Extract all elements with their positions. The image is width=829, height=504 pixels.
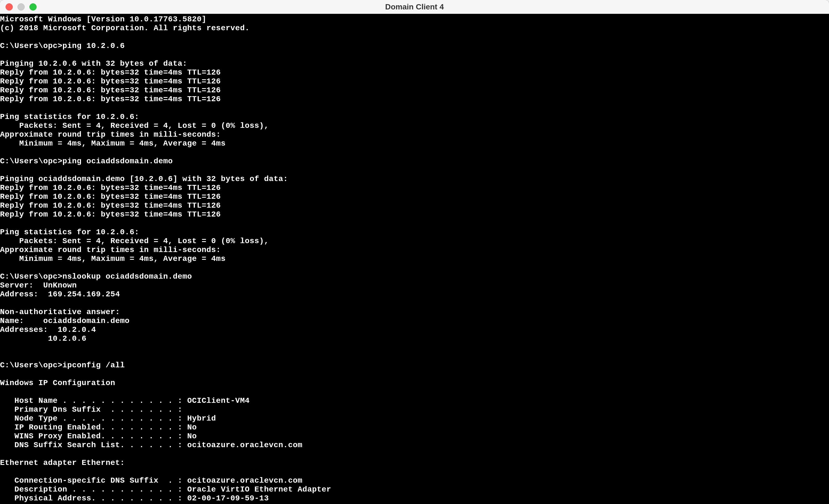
terminal-line bbox=[0, 467, 829, 476]
terminal-line bbox=[0, 219, 829, 228]
terminal-line: Minimum = 4ms, Maximum = 4ms, Average = … bbox=[0, 255, 829, 263]
terminal-line: Pinging ociaddsdomain.demo [10.2.0.6] wi… bbox=[0, 175, 829, 184]
terminal-line: (c) 2018 Microsoft Corporation. All righ… bbox=[0, 24, 829, 33]
terminal-line bbox=[0, 299, 829, 308]
terminal-line: Name: ociaddsdomain.demo bbox=[0, 317, 829, 325]
terminal-line: Host Name . . . . . . . . . . . . : OCIC… bbox=[0, 396, 829, 405]
terminal-line: Address: 169.254.169.254 bbox=[0, 290, 829, 299]
terminal-output[interactable]: Microsoft Windows [Version 10.0.17763.58… bbox=[0, 14, 829, 504]
terminal-line: Addresses: 10.2.0.4 bbox=[0, 325, 829, 334]
terminal-line: Ethernet adapter Ethernet: bbox=[0, 459, 829, 467]
terminal-line: Reply from 10.2.0.6: bytes=32 time=4ms T… bbox=[0, 201, 829, 210]
terminal-line: Node Type . . . . . . . . . . . . : Hybr… bbox=[0, 414, 829, 423]
terminal-line bbox=[0, 388, 829, 396]
terminal-line: Description . . . . . . . . . . . : Orac… bbox=[0, 485, 829, 494]
terminal-line bbox=[0, 33, 829, 42]
terminal-line: Connection-specific DNS Suffix . : ocito… bbox=[0, 476, 829, 485]
terminal-line bbox=[0, 148, 829, 157]
terminal-line bbox=[0, 370, 829, 379]
terminal-line: Minimum = 4ms, Maximum = 4ms, Average = … bbox=[0, 139, 829, 148]
terminal-line: Reply from 10.2.0.6: bytes=32 time=4ms T… bbox=[0, 210, 829, 219]
terminal-line: 10.2.0.6 bbox=[0, 334, 829, 343]
terminal-line: DNS Suffix Search List. . . . . . : ocit… bbox=[0, 441, 829, 450]
terminal-line: C:\Users\opc>ipconfig /all bbox=[0, 361, 829, 370]
terminal-line bbox=[0, 352, 829, 361]
terminal-line: Packets: Sent = 4, Received = 4, Lost = … bbox=[0, 237, 829, 246]
terminal-line: C:\Users\opc>ping 10.2.0.6 bbox=[0, 42, 829, 50]
terminal-line bbox=[0, 50, 829, 59]
terminal-line: WINS Proxy Enabled. . . . . . . . : No bbox=[0, 432, 829, 441]
terminal-line: Physical Address. . . . . . . . . : 02-0… bbox=[0, 494, 829, 503]
terminal-line bbox=[0, 450, 829, 459]
maximize-button[interactable] bbox=[29, 3, 37, 10]
terminal-line bbox=[0, 104, 829, 113]
close-button[interactable] bbox=[5, 3, 13, 10]
terminal-line: Primary Dns Suffix . . . . . . . : bbox=[0, 405, 829, 414]
terminal-line: Reply from 10.2.0.6: bytes=32 time=4ms T… bbox=[0, 95, 829, 104]
terminal-line: IP Routing Enabled. . . . . . . . : No bbox=[0, 423, 829, 432]
terminal-line: Reply from 10.2.0.6: bytes=32 time=4ms T… bbox=[0, 86, 829, 95]
terminal-line: Packets: Sent = 4, Received = 4, Lost = … bbox=[0, 121, 829, 130]
terminal-line bbox=[0, 343, 829, 352]
terminal-line bbox=[0, 263, 829, 272]
window-title: Domain Client 4 bbox=[385, 2, 444, 11]
terminal-line: Server: UnKnown bbox=[0, 281, 829, 290]
terminal-line: Reply from 10.2.0.6: bytes=32 time=4ms T… bbox=[0, 77, 829, 86]
terminal-line: Reply from 10.2.0.6: bytes=32 time=4ms T… bbox=[0, 68, 829, 77]
terminal-line: Ping statistics for 10.2.0.6: bbox=[0, 228, 829, 237]
minimize-button[interactable] bbox=[17, 3, 25, 10]
terminal-line: Approximate round trip times in milli-se… bbox=[0, 246, 829, 255]
terminal-line: C:\Users\opc>ping ociaddsdomain.demo bbox=[0, 157, 829, 166]
terminal-line: Pinging 10.2.0.6 with 32 bytes of data: bbox=[0, 59, 829, 68]
terminal-line: Non-authoritative answer: bbox=[0, 308, 829, 317]
terminal-line: Approximate round trip times in milli-se… bbox=[0, 130, 829, 139]
traffic-lights bbox=[5, 3, 37, 10]
terminal-line: Microsoft Windows [Version 10.0.17763.58… bbox=[0, 15, 829, 24]
terminal-line: Reply from 10.2.0.6: bytes=32 time=4ms T… bbox=[0, 192, 829, 201]
terminal-line: Windows IP Configuration bbox=[0, 379, 829, 388]
terminal-line: Ping statistics for 10.2.0.6: bbox=[0, 113, 829, 121]
terminal-line: C:\Users\opc>nslookup ociaddsdomain.demo bbox=[0, 272, 829, 281]
window: Domain Client 4 Microsoft Windows [Versi… bbox=[0, 0, 829, 504]
titlebar[interactable]: Domain Client 4 bbox=[0, 0, 829, 14]
terminal-line: Reply from 10.2.0.6: bytes=32 time=4ms T… bbox=[0, 184, 829, 192]
terminal-line bbox=[0, 166, 829, 175]
